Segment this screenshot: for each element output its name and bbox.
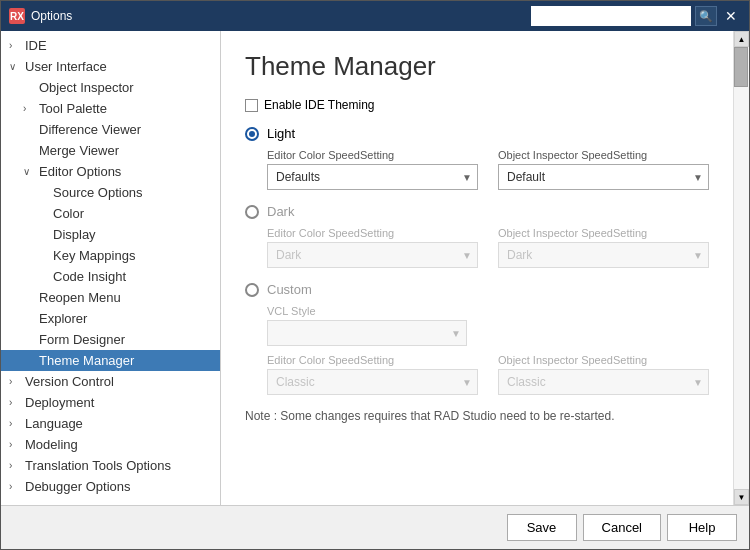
- scroll-thumb[interactable]: [734, 47, 748, 87]
- sidebar-item-label: Version Control: [25, 374, 212, 389]
- enable-theming-label: Enable IDE Theming: [264, 98, 375, 112]
- custom-radio-row: Custom: [245, 282, 709, 297]
- sidebar-item-key-mappings[interactable]: Key Mappings: [1, 245, 220, 266]
- window-title: Options: [31, 9, 531, 23]
- arrow-icon: ∨: [23, 166, 37, 177]
- dark-editor-color-label: Editor Color SpeedSetting: [267, 227, 478, 239]
- save-button[interactable]: Save: [507, 514, 577, 541]
- sidebar-item-color[interactable]: Color: [1, 203, 220, 224]
- sidebar-item-theme-manager[interactable]: Theme Manager: [1, 350, 220, 371]
- arrow-icon: ›: [9, 460, 23, 471]
- scroll-down-button[interactable]: ▼: [734, 489, 749, 505]
- sidebar-item-code-insight[interactable]: Code Insight: [1, 266, 220, 287]
- custom-object-inspector-select-wrapper: Classic ▼: [498, 369, 709, 395]
- sidebar-item-deployment[interactable]: › Deployment: [1, 392, 220, 413]
- sidebar-item-label: Key Mappings: [53, 248, 212, 263]
- arrow-icon: ›: [9, 481, 23, 492]
- help-button[interactable]: Help: [667, 514, 737, 541]
- sidebar-item-merge-viewer[interactable]: Merge Viewer: [1, 140, 220, 161]
- sidebar-item-user-interface[interactable]: ∨ User Interface: [1, 56, 220, 77]
- vcl-label: VCL Style: [267, 305, 709, 317]
- sidebar-item-tool-palette[interactable]: › Tool Palette: [1, 98, 220, 119]
- custom-editor-color-select-wrapper: Classic ▼: [267, 369, 478, 395]
- sidebar-item-label: IDE: [25, 38, 212, 53]
- custom-editor-color-select[interactable]: Classic: [267, 369, 478, 395]
- sidebar-item-source-options[interactable]: Source Options: [1, 182, 220, 203]
- sidebar-item-label: User Interface: [25, 59, 212, 74]
- sidebar-item-label: Debugger Options: [25, 479, 212, 494]
- sidebar-item-ide[interactable]: › IDE: [1, 35, 220, 56]
- sidebar-item-label: Deployment: [25, 395, 212, 410]
- custom-settings: Editor Color SpeedSetting Classic ▼ Obje…: [267, 354, 709, 395]
- sidebar-item-label: Explorer: [39, 311, 212, 326]
- sidebar-item-modeling[interactable]: › Modeling: [1, 434, 220, 455]
- sidebar: › IDE ∨ User Interface Object Inspector …: [1, 31, 221, 505]
- arrow-icon: ›: [23, 103, 37, 114]
- dark-object-inspector-select-wrapper: Dark ▼: [498, 242, 709, 268]
- scroll-up-button[interactable]: ▲: [734, 31, 749, 47]
- sidebar-item-difference-viewer[interactable]: Difference Viewer: [1, 119, 220, 140]
- vcl-row: VCL Style ▼: [267, 305, 709, 346]
- dark-object-inspector-label: Object Inspector SpeedSetting: [498, 227, 709, 239]
- options-window: RX Options 🔍 ✕ › IDE ∨ User Interface Ob…: [0, 0, 750, 550]
- sidebar-item-label: Modeling: [25, 437, 212, 452]
- dark-editor-color-select-wrapper: Dark ▼: [267, 242, 478, 268]
- arrow-icon: ›: [9, 376, 23, 387]
- title-search-input[interactable]: [531, 6, 691, 26]
- custom-radio[interactable]: [245, 283, 259, 297]
- footer: Save Cancel Help: [1, 505, 749, 549]
- custom-editor-color-group: Editor Color SpeedSetting Classic ▼: [267, 354, 478, 395]
- cancel-button[interactable]: Cancel: [583, 514, 661, 541]
- light-object-inspector-group: Object Inspector SpeedSetting Default Li…: [498, 149, 709, 190]
- sidebar-item-translation-tools[interactable]: › Translation Tools Options: [1, 455, 220, 476]
- dark-editor-color-select[interactable]: Dark: [267, 242, 478, 268]
- light-editor-color-group: Editor Color SpeedSetting Defaults Light…: [267, 149, 478, 190]
- title-bar: RX Options 🔍 ✕: [1, 1, 749, 31]
- note-text: Note : Some changes requires that RAD St…: [245, 409, 709, 423]
- sidebar-item-label: Difference Viewer: [39, 122, 212, 137]
- custom-object-inspector-select[interactable]: Classic: [498, 369, 709, 395]
- enable-theming-checkbox[interactable]: [245, 99, 258, 112]
- sidebar-item-label: Merge Viewer: [39, 143, 212, 158]
- sidebar-item-explorer[interactable]: Explorer: [1, 308, 220, 329]
- light-object-inspector-select[interactable]: Default Light Dark Custom: [498, 164, 709, 190]
- scroll-track: [734, 47, 749, 489]
- sidebar-item-reopen-menu[interactable]: Reopen Menu: [1, 287, 220, 308]
- custom-section: Custom VCL Style ▼ Editor Colo: [245, 282, 709, 395]
- sidebar-item-form-designer[interactable]: Form Designer: [1, 329, 220, 350]
- content-inner: Theme Manager Enable IDE Theming Light E…: [221, 31, 733, 505]
- arrow-icon: ›: [9, 418, 23, 429]
- light-radio[interactable]: [245, 127, 259, 141]
- dark-radio-row: Dark: [245, 204, 709, 219]
- scrollbar: ▲ ▼: [733, 31, 749, 505]
- app-icon: RX: [9, 8, 25, 24]
- enable-theming-row: Enable IDE Theming: [245, 98, 709, 112]
- dark-object-inspector-group: Object Inspector SpeedSetting Dark ▼: [498, 227, 709, 268]
- sidebar-item-label: Language: [25, 416, 212, 431]
- dark-radio[interactable]: [245, 205, 259, 219]
- sidebar-item-debugger-options[interactable]: › Debugger Options: [1, 476, 220, 497]
- custom-object-inspector-group: Object Inspector SpeedSetting Classic ▼: [498, 354, 709, 395]
- title-search-button[interactable]: 🔍: [695, 6, 717, 26]
- light-settings: Editor Color SpeedSetting Defaults Light…: [267, 149, 709, 190]
- sidebar-item-display[interactable]: Display: [1, 224, 220, 245]
- sidebar-item-editor-options[interactable]: ∨ Editor Options: [1, 161, 220, 182]
- close-button[interactable]: ✕: [721, 8, 741, 24]
- sidebar-item-label: Source Options: [53, 185, 212, 200]
- arrow-icon: ›: [9, 439, 23, 450]
- sidebar-item-label: Theme Manager: [39, 353, 212, 368]
- sidebar-item-label: Display: [53, 227, 212, 242]
- sidebar-item-object-inspector[interactable]: Object Inspector: [1, 77, 220, 98]
- page-title: Theme Manager: [245, 51, 709, 82]
- content-area: Theme Manager Enable IDE Theming Light E…: [221, 31, 733, 505]
- sidebar-item-label: Code Insight: [53, 269, 212, 284]
- dark-object-inspector-select[interactable]: Dark: [498, 242, 709, 268]
- main-area: › IDE ∨ User Interface Object Inspector …: [1, 31, 749, 505]
- sidebar-item-language[interactable]: › Language: [1, 413, 220, 434]
- sidebar-item-label: Color: [53, 206, 212, 221]
- vcl-select[interactable]: [267, 320, 467, 346]
- sidebar-item-version-control[interactable]: › Version Control: [1, 371, 220, 392]
- sidebar-item-label: Editor Options: [39, 164, 212, 179]
- sidebar-item-label: Form Designer: [39, 332, 212, 347]
- light-editor-color-select[interactable]: Defaults Light Dark Custom: [267, 164, 478, 190]
